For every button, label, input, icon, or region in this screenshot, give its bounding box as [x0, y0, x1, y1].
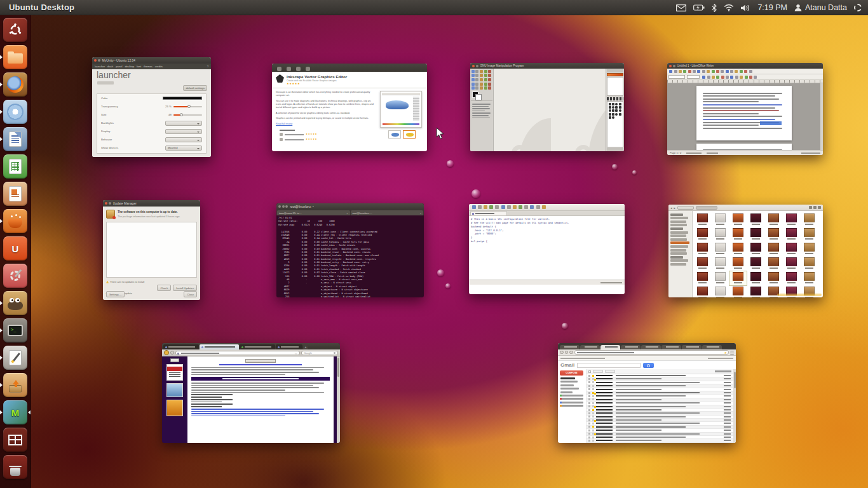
window-libreoffice-writer[interactable]: Untitled 1 - LibreOffice Writer Page 1 /… — [667, 63, 823, 155]
gedit-tab-bar — [469, 211, 625, 216]
window-software-center[interactable]: Inkscape Vector Graphics Editor Create a… — [272, 64, 427, 151]
launcher-item-myunity[interactable]: M — [3, 400, 27, 424]
toolbar-icon — [697, 70, 700, 73]
brush-icon — [609, 109, 611, 112]
brush-icon — [615, 109, 618, 112]
toolbar-icon — [730, 76, 733, 79]
window-terminal[interactable]: root@linuxforu: ~ toon@zeno-95: in…× roo… — [276, 203, 424, 297]
volume-icon[interactable] — [741, 4, 750, 11]
maximize-button-icon — [285, 205, 288, 208]
description-paragraph: A selection of powerful vector graphics … — [276, 112, 376, 115]
view-grid-icon — [813, 206, 817, 209]
launcher-item-firefox[interactable] — [3, 72, 27, 97]
toolbar-icon — [716, 76, 719, 79]
toolbar-icon — [287, 67, 291, 71]
toolbar-icon — [707, 70, 710, 73]
launcher-item-system-settings[interactable] — [3, 264, 27, 288]
gmail-header: Gmail — [558, 361, 736, 369]
calc-spreadsheet-icon — [9, 159, 22, 174]
toolbar-icon — [507, 205, 511, 209]
window-firefox[interactable]: + ☆ Google — [162, 343, 340, 443]
clock[interactable]: 7:19 PM — [757, 3, 787, 12]
session-gear-icon[interactable] — [854, 4, 862, 11]
launcher-item-ubuntu-one[interactable]: U — [3, 236, 27, 261]
launcher-item-libreoffice-impress[interactable] — [3, 182, 27, 206]
version-badge — [97, 81, 114, 85]
launcher-item-terminal[interactable]: >_ — [3, 318, 27, 342]
launcher-item-files[interactable] — [3, 45, 27, 69]
view-list-icon — [818, 206, 821, 209]
option-line — [472, 111, 485, 112]
path-segment — [677, 206, 694, 210]
launcher-item-software-center[interactable] — [3, 209, 27, 233]
code-block — [191, 394, 330, 407]
tool-icon — [484, 78, 487, 81]
close-button-icon — [94, 59, 97, 62]
close-tab-icon: × — [346, 212, 348, 215]
scrollbar — [820, 83, 823, 150]
gedit-toolbar — [469, 204, 625, 211]
launcher-item-gimp[interactable] — [3, 291, 27, 315]
titlebar: Update Manager — [103, 200, 200, 207]
bluetooth-icon[interactable] — [712, 4, 717, 12]
launcher-item-libreoffice-writer[interactable] — [3, 127, 27, 151]
firefox-tab-bar: + — [162, 343, 340, 349]
window-chromium-gmail[interactable]: Gmail COMPOSE — [558, 343, 736, 443]
window-gedit[interactable]: # This is a basic VCL configuration file… — [469, 204, 625, 294]
software-center-bag-icon — [8, 219, 22, 228]
setting-row-color: Color — [97, 94, 206, 102]
window-gimp[interactable]: GNU Image Manipulation Program — [470, 63, 624, 151]
launcher-item-libreoffice-calc[interactable] — [3, 154, 27, 179]
brush-icon — [609, 113, 611, 116]
launcher-item-software-updater[interactable] — [3, 373, 27, 397]
launcher-item-chromium[interactable] — [3, 100, 27, 124]
file-thumbnail — [747, 286, 764, 298]
browser-tab — [702, 345, 722, 350]
browser-tab — [560, 345, 580, 350]
user-menu[interactable]: Atanu Datta — [794, 3, 847, 12]
file-thumbnail — [747, 257, 764, 271]
gedit-icon — [9, 350, 22, 365]
file-thumbnail — [801, 271, 818, 285]
brush-icon — [612, 116, 614, 119]
inkscape-app-icon — [276, 74, 284, 83]
dropdown — [165, 137, 202, 142]
path-segment-current — [696, 206, 717, 210]
launcher-item-dash-home[interactable] — [3, 18, 27, 42]
brush-icon — [609, 116, 611, 119]
forward-icon: ▸ — [674, 206, 676, 210]
wifi-icon[interactable] — [724, 4, 734, 11]
option-line — [472, 104, 491, 105]
file-thumbnail — [783, 227, 800, 241]
impress-presentation-icon — [9, 186, 22, 201]
window-myunity[interactable]: MyUnity - Ubuntu 12.04 launcher dash pan… — [92, 57, 211, 157]
code-line — [191, 402, 222, 403]
sidebar-row — [670, 217, 688, 219]
launcher-item-text-editor[interactable] — [3, 346, 27, 370]
launcher-item-trash[interactable] — [3, 455, 27, 479]
sidebar-row — [670, 220, 686, 223]
toolbar-icon — [740, 76, 743, 79]
text-line — [191, 385, 313, 386]
messages-icon[interactable] — [676, 4, 686, 11]
setting-label: Show devices — [101, 146, 118, 149]
wallpaper-droplet — [612, 164, 618, 170]
folder-icon — [8, 53, 23, 64]
tool-icon — [488, 74, 491, 77]
window-files[interactable]: ◂ ▸ — [668, 205, 823, 297]
window-buttons — [94, 59, 100, 62]
battery-icon[interactable] — [693, 4, 705, 11]
window-title: GNU Image Manipulation Program — [480, 64, 524, 67]
status-bar — [469, 280, 625, 285]
writer-toolbar-formatting — [667, 74, 823, 80]
setting-label: Display — [101, 130, 110, 133]
compose-button: COMPOSE — [560, 370, 583, 376]
setting-label: Backlights — [101, 121, 114, 125]
window-update-manager[interactable]: Update Manager The software on this comp… — [103, 200, 200, 300]
settings-panel: Color Transparency 25 % Size 48 Backligh… — [97, 93, 207, 154]
page-content — [187, 356, 334, 443]
ubuntu-logo-icon — [8, 23, 22, 37]
launcher-item-workspace-switcher[interactable] — [3, 428, 27, 452]
tab-dash: dash — [107, 65, 113, 68]
usc-toolbar — [272, 64, 427, 72]
